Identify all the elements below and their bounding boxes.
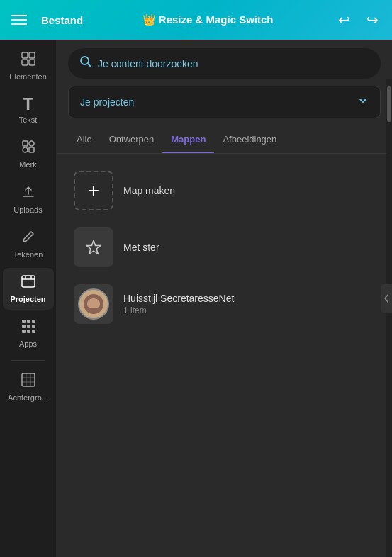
- sidebar-item-label-merk: Merk: [19, 160, 36, 169]
- svg-rect-2: [22, 60, 28, 65]
- sidebar-item-label-achtergrond: Achtergrо...: [8, 393, 48, 403]
- sidebar-item-uploads[interactable]: Uploads: [3, 179, 54, 220]
- scrollbar-track[interactable]: [386, 79, 392, 557]
- svg-rect-3: [29, 60, 35, 65]
- sidebar-divider: [11, 360, 45, 361]
- app-title: Resize & Magic Switch: [159, 13, 274, 26]
- tab-afbeeldingen[interactable]: Afbeeldingen: [214, 125, 285, 153]
- starred-folder-item[interactable]: Met ster: [68, 222, 381, 273]
- brand-folder-thumb: [74, 284, 113, 324]
- sidebar-item-apps[interactable]: Apps: [3, 313, 54, 354]
- svg-rect-9: [22, 320, 26, 323]
- tab-alle[interactable]: Alle: [68, 125, 101, 153]
- projecten-icon: [21, 274, 36, 292]
- tab-ontwerpen[interactable]: Ontwerpen: [101, 125, 163, 153]
- brand-folder-name: Huisstijl SecretaresseNet: [123, 293, 234, 304]
- brand-folder-info: Huisstijl SecretaresseNet 1 item: [123, 293, 234, 315]
- project-dropdown-label: Je projecten: [80, 96, 134, 108]
- svg-rect-8: [22, 276, 35, 287]
- tekst-icon: T: [23, 96, 33, 113]
- tekenen-icon: [21, 229, 36, 247]
- svg-rect-16: [27, 330, 30, 333]
- sidebar-item-label-apps: Apps: [19, 339, 37, 349]
- svg-rect-13: [27, 325, 30, 328]
- sidebar-item-elementen[interactable]: Elementen: [3, 45, 54, 87]
- plus-icon: +: [88, 179, 99, 202]
- svg-point-19: [81, 57, 89, 64]
- svg-rect-6: [23, 147, 28, 152]
- elementen-icon: [21, 51, 36, 69]
- sidebar-item-tekst[interactable]: T Tekst: [3, 90, 54, 130]
- svg-rect-18: [22, 373, 35, 386]
- svg-rect-4: [23, 141, 28, 146]
- svg-rect-0: [22, 52, 28, 58]
- svg-rect-12: [22, 325, 26, 328]
- brand-folder-item[interactable]: Huisstijl SecretaresseNet 1 item: [68, 278, 381, 330]
- sidebar-item-achtergrond[interactable]: Achtergrо...: [3, 366, 54, 408]
- create-folder-info: Map maken: [123, 185, 175, 196]
- search-input[interactable]: [98, 58, 369, 69]
- sidebar-item-label-elementen: Elementen: [9, 72, 47, 81]
- scrollbar-thumb[interactable]: [387, 86, 391, 122]
- panel-collapse-handle[interactable]: [381, 284, 392, 313]
- main-panel: Je projecten Alle Ontwerpen Mappen Afbee…: [57, 40, 392, 557]
- sidebar-item-label-tekenen: Tekenen: [13, 250, 43, 259]
- folder-list: + Map maken Met ster: [57, 154, 392, 557]
- sidebar-item-label-uploads: Uploads: [13, 206, 42, 215]
- sidebar-item-merk[interactable]: Merk: [3, 133, 54, 175]
- starred-folder-name: Met ster: [123, 242, 159, 253]
- uploads-icon: [21, 184, 36, 203]
- apps-icon: [21, 318, 36, 337]
- panel-content: Je projecten Alle Ontwerpen Mappen Afbee…: [57, 40, 392, 557]
- redo-button[interactable]: ↪: [361, 9, 383, 31]
- tab-mappen[interactable]: Mappen: [162, 125, 214, 153]
- starred-folder-thumb: [74, 227, 113, 267]
- svg-rect-10: [27, 320, 30, 323]
- create-folder-name: Map maken: [123, 185, 175, 196]
- undo-button[interactable]: ↩: [332, 9, 355, 31]
- brand-folder-meta: 1 item: [123, 305, 234, 315]
- svg-rect-5: [29, 141, 34, 146]
- svg-rect-17: [32, 330, 35, 333]
- sidebar-item-label-projecten: Projecten: [10, 295, 45, 304]
- sidebar-item-tekenen[interactable]: Tekenen: [3, 223, 54, 265]
- svg-rect-15: [22, 330, 26, 333]
- svg-rect-14: [32, 325, 35, 328]
- svg-rect-7: [29, 147, 34, 152]
- chevron-down-icon: [357, 95, 369, 109]
- create-folder-item[interactable]: + Map maken: [68, 165, 381, 216]
- merk-icon: [21, 139, 36, 157]
- starred-folder-info: Met ster: [123, 242, 159, 253]
- svg-rect-11: [32, 320, 35, 323]
- panel-top: Je projecten: [57, 40, 392, 118]
- header: Bestand 👑 Resize & Magic Switch ↩ ↪: [0, 0, 392, 40]
- crown-icon: 👑: [142, 13, 156, 26]
- sidebar: Elementen T Tekst Merk: [0, 40, 57, 557]
- brand-avatar-inner: [84, 294, 103, 314]
- file-label: Bestand: [41, 14, 83, 26]
- search-icon: [79, 55, 92, 72]
- project-dropdown[interactable]: Je projecten: [68, 86, 381, 118]
- header-title: 👑 Resize & Magic Switch: [94, 13, 321, 26]
- create-folder-thumb: +: [74, 171, 113, 210]
- body: Elementen T Tekst Merk: [0, 40, 392, 557]
- sidebar-item-projecten[interactable]: Projecten: [3, 268, 54, 310]
- svg-rect-1: [29, 52, 35, 58]
- sidebar-item-label-tekst: Tekst: [19, 116, 38, 125]
- brand-avatar: [78, 288, 109, 320]
- header-actions: ↩ ↪: [332, 9, 383, 31]
- search-bar: [68, 48, 381, 79]
- tabs-bar: Alle Ontwerpen Mappen Afbeeldingen: [57, 125, 392, 154]
- achtergrond-icon: [21, 372, 36, 390]
- menu-button[interactable]: [9, 12, 30, 28]
